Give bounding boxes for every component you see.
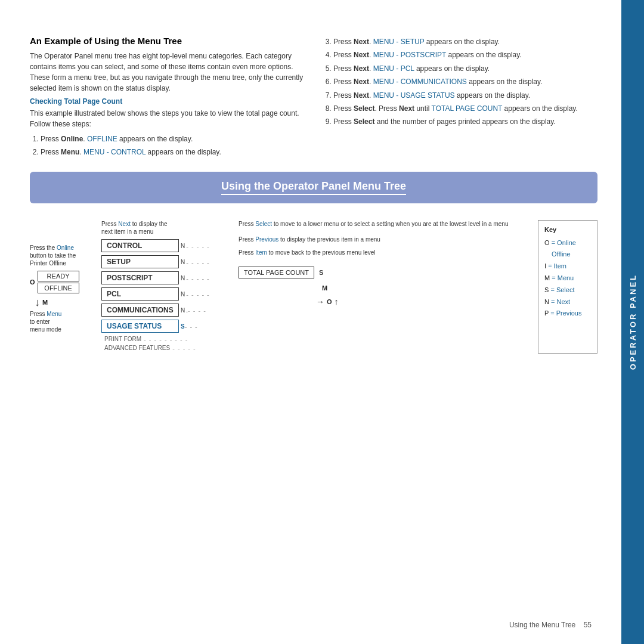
online-row: O READY OFFLINE (30, 271, 95, 293)
step-right-4: Press Next. MENU - POSTSCRIPT appears on… (333, 49, 597, 61)
n-label-setup: N (181, 259, 185, 265)
step-right-7: Press Next. MENU - USAGE STATUS appears … (333, 89, 597, 101)
menu-row-printform: PRINT FORM - - - - - - - - - (101, 336, 233, 343)
subtitle: Checking Total Page Count (30, 97, 305, 106)
press-previous-label: Press Previous to display the previous i… (239, 236, 532, 244)
dots-pcl: - - - - - (186, 291, 210, 298)
press-online-label: Press the Onlinebutton to take thePrinte… (30, 244, 95, 267)
side-tab: OPERATOR PANEL (621, 0, 644, 644)
ready-box: READY (38, 271, 79, 281)
o-arrow-row: → O ↑ (239, 297, 532, 306)
footer: Using the Menu Tree 55 (509, 621, 592, 629)
top-section: An Example of Using the Menu Tree The Op… (30, 36, 597, 160)
menu-box-control: CONTROL (101, 239, 179, 252)
steps-right-list: Press Next. MENU - SETUP appears on the … (333, 36, 597, 128)
menu-label-advfeat: ADVANCED FEATURES (104, 345, 170, 351)
tpc-row: TOTAL PAGE COUNT S (239, 267, 532, 278)
key-title: Key (544, 224, 591, 236)
footer-page: 55 (584, 621, 592, 629)
menu-row-comms: COMMUNICATIONS N. - - - - (101, 304, 233, 318)
left-col: An Example of Using the Menu Tree The Op… (30, 36, 305, 160)
step-left-2: Press Menu. MENU - CONTROL appears on th… (41, 146, 305, 158)
m-label-tpc: M (239, 283, 532, 292)
press-next-label: Press Next to display thenext item in a … (101, 220, 233, 236)
s-label-usage: S (181, 323, 185, 330)
menu-row-usage: USAGE STATUS S - - - (101, 320, 233, 334)
banner-title: Using the Operator Panel Menu Tree (221, 180, 406, 192)
key-p: P = Previous (544, 308, 591, 320)
tpc-box: TOTAL PAGE COUNT (239, 267, 314, 278)
o-label: O (30, 278, 35, 286)
step-right-6: Press Next. MENU - COMMUNICATIONS appear… (333, 76, 597, 88)
steps-left-list: Press Online. OFFLINE appears on the dis… (41, 133, 305, 159)
m-arrow-label: M (42, 299, 48, 306)
offline-box: OFFLINE (38, 283, 79, 293)
menu-row-setup: SETUP N - - - - - (101, 255, 233, 270)
subtitle-body: This example illustrated below shows the… (30, 108, 305, 129)
press-menu-label: Press Menuto entermenu mode (30, 310, 95, 333)
menu-label-printform: PRINT FORM (104, 336, 141, 342)
footer-text: Using the Menu Tree (509, 621, 575, 629)
up-arrow: ↑ (335, 297, 339, 306)
step-left-1: Press Online. OFFLINE appears on the dis… (41, 133, 305, 145)
section-title: An Example of Using the Menu Tree (30, 36, 305, 46)
press-select-label: Press Select to move to a lower menu or … (239, 220, 532, 228)
side-tab-text: OPERATOR PANEL (628, 274, 637, 370)
s-label-tpc: S (319, 269, 323, 276)
menu-row-postscript: POSTSCRIPT N - - - - - (101, 271, 233, 286)
diag-online-section: Press the Onlinebutton to take thePrinte… (30, 220, 95, 354)
menu-box-comms: COMMUNICATIONS (101, 304, 179, 317)
key-o2: Offline (544, 249, 591, 261)
step-right-5: Press Next. MENU - PCL appears on the di… (333, 63, 597, 75)
menu-row-pcl: PCL N - - - - - (101, 287, 233, 302)
main-content: An Example of Using the Menu Tree The Op… (0, 0, 621, 644)
menu-box-pcl: PCL (101, 287, 179, 301)
dots-comms: - - - - (188, 307, 206, 314)
menu-box-postscript: POSTSCRIPT (101, 271, 179, 284)
right-arrow: → (316, 297, 324, 306)
menu-box-setup: SETUP (101, 255, 179, 268)
m-label-text: M (322, 284, 327, 292)
diagram-wrapper: Press the Onlinebutton to take thePrinte… (30, 214, 597, 360)
state-boxes: READY OFFLINE (38, 271, 79, 293)
key-s: S = Select (544, 284, 591, 296)
n-label-postscript: N (181, 275, 185, 281)
menu-row-control: CONTROL N - - - - - (101, 239, 233, 253)
key-i: I = Item (544, 261, 591, 273)
section-body: The Operator Panel menu tree has eight t… (30, 51, 305, 94)
dots-printform: - - - - - - - - - (144, 336, 188, 343)
m-row: ↓ M (30, 297, 95, 308)
menu-box-usage: USAGE STATUS (101, 320, 179, 333)
step-right-3: Press Next. MENU - SETUP appears on the … (333, 36, 597, 48)
dots-control: - - - - - (186, 243, 210, 250)
o-label-bottom: O (327, 298, 332, 305)
diag-right-section: Press Select to move to a lower menu or … (239, 220, 532, 354)
right-col: Press Next. MENU - SETUP appears on the … (323, 36, 597, 160)
banner: Using the Operator Panel Menu Tree (30, 172, 597, 203)
key-m: M = Menu (544, 273, 591, 284)
n-label-control: N (181, 243, 185, 249)
key-box: Key O = Online Offline I = Item M = Menu… (538, 220, 597, 354)
dots-advfeat: - - - - - (172, 345, 196, 352)
step-right-8: Press Select. Press Next until TOTAL PAG… (333, 103, 597, 114)
diag-menus-section: Press Next to display thenext item in a … (101, 220, 233, 354)
n-label-pcl: N (181, 291, 185, 298)
diagram-area: Press the Onlinebutton to take thePrinte… (30, 214, 597, 360)
press-item-label: Press Item to move back to the previous … (239, 249, 532, 257)
dots-postscript: - - - - - (186, 275, 210, 282)
dots-usage: - - - (185, 323, 198, 330)
menu-row-advfeat: ADVANCED FEATURES - - - - - (101, 345, 233, 352)
dots-setup: - - - - - (186, 259, 210, 266)
key-o: O = Online (544, 237, 591, 249)
n-label-comms: N (181, 307, 185, 314)
key-n: N = Next (544, 296, 591, 308)
step-right-9: Press Select and the number of pages pri… (333, 116, 597, 128)
